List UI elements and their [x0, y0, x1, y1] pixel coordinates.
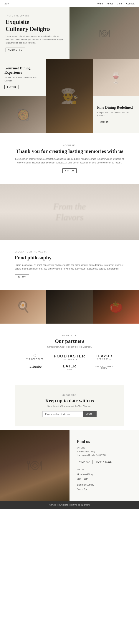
food-visual-2: 🍷	[93, 59, 139, 96]
book-table-button[interactable]: BOOK A TABLE	[94, 460, 114, 464]
hero-section: TASTE THE LUXURY Exquisite Culinary Deli…	[0, 8, 139, 59]
footer-text: Sample text. Click to select the Text El…	[6, 504, 133, 506]
philosophy-section: ELEGANT CUISINE AWAITS Food philosophy L…	[0, 240, 139, 290]
hero-image-inner: 🍽	[70, 8, 139, 60]
foodtravel-top: FOOD & TRAVEL	[95, 365, 113, 367]
chef-visual: 👨‍🍳	[46, 59, 93, 133]
find-us-hours: Monday – Friday 7am – 6pm Saturday/Sunda…	[77, 472, 131, 492]
subscribe-form: SUBMIT	[26, 411, 113, 417]
food-visual-6: 🍅	[93, 290, 139, 324]
find-us-heading: Find us	[77, 439, 131, 444]
partners-label: WORK WITH	[8, 335, 131, 337]
find-us-section: 🍽 Find us WHERE 676 Pacific C Hwy Huntin…	[0, 430, 139, 501]
mosaic-finedining-button[interactable]: BUTTON	[97, 120, 111, 124]
partners-sub: Sample text. Click to select the Text El…	[8, 346, 131, 348]
logo: logo	[5, 2, 9, 5]
food-image-3: 🍅	[93, 290, 139, 324]
partners-heading: Our partners	[8, 338, 131, 344]
mosaic-grid: Gourmet Dining Experience Sample text. C…	[0, 59, 139, 133]
view-map-button[interactable]: VIEW MAP	[77, 460, 92, 464]
find-us-when-label: WHEN	[77, 469, 131, 471]
blur-text: From the Flavors	[53, 201, 86, 222]
restaurant-visual: 🍽	[0, 430, 70, 501]
find-us-address: 676 Pacific C Hwy Huntington Beach, CA 0…	[77, 450, 131, 457]
mosaic-gourmet-heading: Gourmet Dining Experience	[5, 66, 42, 74]
about-section: ABOUT US Thank you for creating lasting …	[0, 133, 139, 184]
foodtravel-bot: SHOW	[101, 367, 107, 369]
nav-home[interactable]: Home	[97, 2, 103, 5]
partner-foodtaster: FOODTASTER CALIFORNIA	[54, 354, 85, 360]
partner-foodtravel: FOOD & TRAVEL SHOW	[95, 365, 113, 369]
subscribe-email-input[interactable]	[42, 411, 83, 417]
subscribe-sub: Sample text. Click to select the Text El…	[26, 405, 113, 408]
about-label: ABOUT US	[15, 144, 124, 146]
hero-cta-button[interactable]: CONTACT US	[6, 48, 25, 52]
flavor-main: FLAVOR	[96, 354, 112, 358]
subscribe-submit-button[interactable]: SUBMIT	[83, 411, 97, 417]
philosophy-button[interactable]: BUTTON	[15, 274, 29, 279]
flavor-sub: CALIFORNIA	[97, 358, 111, 360]
subscribe-wrapper: SUBSCRIBE Keep up to date with us Sample…	[0, 385, 139, 426]
nav-about[interactable]: About	[107, 2, 113, 5]
hero-food-image: 🍽	[70, 8, 139, 60]
subscribe-section: SUBSCRIBE Keep up to date with us Sample…	[15, 385, 124, 426]
mosaic-food-top-right: 🍷	[93, 59, 139, 96]
mosaic-food-bottom-left: 🥘	[0, 96, 46, 133]
hero-heading: Exquisite Culinary Delights	[6, 18, 64, 32]
about-button[interactable]: BUTTON	[62, 168, 77, 173]
hero-image: 🍽	[70, 8, 139, 60]
nav-links: Home About Menu Contact	[97, 2, 134, 5]
foodtaster-sub: CALIFORNIA	[62, 358, 77, 360]
mosaic-gourmet-button[interactable]: BUTTON	[5, 85, 19, 90]
philosophy-body: Lorem ipsum dolor sit amet, consectetur …	[15, 263, 124, 271]
foodtaster-main: FOODTASTER	[54, 354, 85, 358]
subscribe-label: SUBSCRIBE	[26, 394, 113, 396]
food-image-2: 🕯	[46, 290, 93, 324]
partner-culinaire: Culinaire	[28, 365, 42, 369]
partner-bestchef: ♡ THE BEST CHEF	[26, 354, 43, 360]
food-image-1: 🍳	[0, 290, 46, 324]
three-food-images: 🍳 🕯 🍅	[0, 290, 139, 324]
find-us-info: Find us WHERE 676 Pacific C Hwy Huntingt…	[70, 430, 139, 501]
mosaic-cell-gourmet: Gourmet Dining Experience Sample text. C…	[0, 59, 46, 96]
blur-section: From the Flavors	[0, 184, 139, 240]
about-body: Lorem ipsum dolor sit amet, consectetur …	[15, 157, 124, 165]
nav-menu[interactable]: Menu	[116, 2, 122, 5]
footer: Sample text. Click to select the Text El…	[0, 501, 139, 509]
bestchef-heart-icon: ♡	[33, 354, 37, 358]
map-table-buttons: VIEW MAP BOOK A TABLE	[77, 460, 131, 464]
nav-contact[interactable]: Contact	[126, 2, 134, 5]
partners-section: WORK WITH Our partners Sample text. Clic…	[0, 324, 139, 381]
eater-sub: Malibu	[67, 368, 72, 370]
philosophy-heading: Food philosophy	[15, 255, 124, 261]
subscribe-heading: Keep up to date with us	[26, 398, 113, 404]
mosaic-cell-fine-dining: Fine Dining Redefined Sample text. Click…	[93, 96, 139, 133]
about-heading: Thank you for creating lasting memories …	[15, 148, 124, 154]
mosaic-finedining-heading: Fine Dining Redefined	[97, 105, 134, 110]
hero-body: Lorem ipsum dolor sit amet, consectetur …	[6, 35, 64, 44]
mosaic-gourmet-body: Sample text. Click to select the Text El…	[5, 76, 42, 82]
find-us-where-label: WHERE	[77, 447, 131, 449]
navbar: logo Home About Menu Contact	[0, 0, 139, 8]
food-visual-5: 🕯	[46, 290, 93, 324]
culinaire-main: Culinaire	[28, 365, 42, 369]
hero-text: TASTE THE LUXURY Exquisite Culinary Deli…	[0, 8, 70, 60]
mosaic-finedining-body: Sample text. Click to select the Text El…	[97, 111, 134, 117]
partner-flavor: FLAVOR CALIFORNIA	[96, 354, 112, 360]
food-visual-4: 🍳	[0, 290, 46, 324]
eater-main: EATER	[63, 364, 76, 368]
find-us-image: 🍽	[0, 430, 70, 501]
find-us-image-inner: 🍽	[0, 430, 70, 501]
mosaic-chef-image: 👨‍🍳	[46, 59, 93, 133]
hero-taste-label: TASTE THE LUXURY	[6, 15, 64, 17]
philosophy-label: ELEGANT CUISINE AWAITS	[15, 251, 124, 253]
partner-eater: EATER Malibu	[63, 364, 76, 370]
partner-logos-grid: ♡ THE BEST CHEF FOODTASTER CALIFORNIA FL…	[19, 354, 120, 370]
food-visual-3: 🥘	[0, 96, 46, 133]
